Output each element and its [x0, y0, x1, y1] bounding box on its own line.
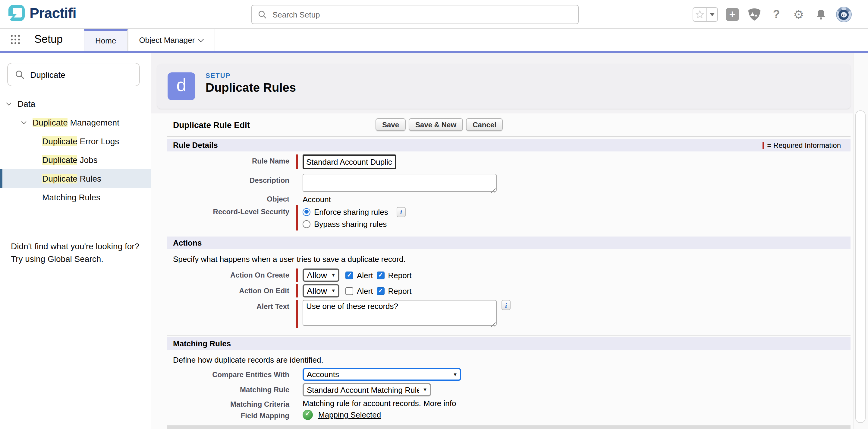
- tab-object-manager-label: Object Manager: [139, 35, 195, 44]
- divider: [167, 136, 850, 137]
- setup-gear-icon[interactable]: ⚙: [792, 7, 806, 22]
- global-header: Practifi + ? ⚙: [0, 0, 868, 29]
- matching-rule-select[interactable]: Standard Account Matching Rule: [303, 383, 431, 396]
- more-info-link[interactable]: More info: [424, 399, 456, 407]
- tree-item-duplicate-error-logs[interactable]: Duplicate Error Logs: [0, 132, 151, 150]
- radio-bypass-sharing-rules[interactable]: [303, 220, 310, 228]
- field-row-rule-name: Rule Name: [167, 154, 850, 169]
- sidebar-search-input[interactable]: [30, 70, 139, 79]
- info-icon[interactable]: i: [397, 207, 406, 217]
- alert-text-label: Alert Text: [167, 300, 289, 328]
- mapping-selected-link[interactable]: Mapping Selected: [318, 410, 381, 419]
- checkbox-label: Report: [388, 270, 411, 280]
- field-row-alert-text: Alert Text Use one of these records? i: [167, 300, 850, 328]
- favorites-dropdown-icon[interactable]: [707, 8, 717, 21]
- app-launcher-waffle-icon[interactable]: [11, 35, 21, 45]
- report-checkbox-option[interactable]: Report: [376, 270, 411, 281]
- action-on-edit-label: Action On Edit: [167, 284, 289, 297]
- tree-item-duplicate-rules[interactable]: Duplicate Rules: [0, 169, 151, 188]
- tree-item-duplicate-management[interactable]: Duplicate Management: [0, 113, 151, 132]
- star-icon[interactable]: [693, 8, 707, 21]
- alert-checkbox[interactable]: [345, 287, 353, 295]
- quick-create-icon[interactable]: +: [726, 8, 739, 21]
- matching-rules-description: Define how duplicate records are identif…: [173, 355, 323, 365]
- tree-item-label: Data: [18, 99, 35, 108]
- tree-item-highlight: Duplicate: [42, 155, 78, 165]
- trailhead-icon[interactable]: [747, 7, 761, 22]
- radio-label: Bypass sharing rules: [314, 219, 387, 228]
- tree-item-matching-rules[interactable]: Matching Rules: [0, 188, 151, 206]
- field-row-matching-criteria: Matching Criteria Matching rule for acco…: [167, 398, 850, 408]
- sidebar-search[interactable]: [7, 63, 140, 86]
- alert-checkbox-option[interactable]: Alert: [345, 285, 373, 296]
- practifi-logo-text: Practifi: [30, 5, 76, 22]
- duplicate-rule-edit-form: Duplicate Rule Edit Save Save & New Canc…: [151, 113, 853, 429]
- report-checkbox-option[interactable]: Report: [376, 285, 411, 296]
- practifi-logo[interactable]: Practifi: [8, 4, 76, 22]
- section-matching-rules: Matching Rules: [167, 337, 850, 350]
- tree-item-highlight: Duplicate: [33, 117, 68, 127]
- body: Data Duplicate Management Duplicate Erro…: [0, 53, 868, 429]
- radio-enforce-sharing-rules[interactable]: [303, 208, 310, 216]
- info-icon[interactable]: i: [501, 300, 510, 310]
- radio-label: Enforce sharing rules: [314, 207, 388, 216]
- required-bar-icon: [762, 142, 764, 149]
- tree-item-highlight: Duplicate: [42, 173, 78, 183]
- record-level-security-label: Record-Level Security: [167, 205, 289, 230]
- global-search[interactable]: [251, 5, 579, 24]
- action-on-edit-select[interactable]: Allow: [303, 284, 339, 297]
- sidebar-footer-line1: Didn't find what you're looking for?: [11, 240, 139, 253]
- setup-tabs: Home Object Manager: [84, 29, 215, 51]
- setup-eyebrow: SETUP: [206, 72, 230, 79]
- favorites-button-group[interactable]: [692, 7, 718, 22]
- tree-item-data[interactable]: Data: [0, 94, 151, 113]
- report-checkbox[interactable]: [376, 271, 384, 279]
- required-legend: = Required Information: [762, 141, 841, 149]
- alert-checkbox-option[interactable]: Alert: [345, 270, 373, 281]
- save-and-new-button[interactable]: Save & New: [409, 118, 463, 131]
- green-check-icon: [303, 409, 313, 420]
- rule-name-input[interactable]: [303, 154, 396, 169]
- cancel-button[interactable]: Cancel: [466, 118, 503, 131]
- user-avatar[interactable]: [836, 7, 852, 22]
- compare-entities-with-label: Compare Entities With: [167, 368, 289, 381]
- tree-item-highlight: Duplicate: [42, 136, 78, 146]
- field-row-action-on-edit: Action On Edit Allow ▼ Alert: [167, 284, 850, 297]
- alert-checkbox[interactable]: [345, 271, 353, 279]
- alert-text-textarea[interactable]: Use one of these records?: [303, 300, 497, 326]
- compare-entities-with-select[interactable]: Accounts: [303, 368, 461, 381]
- tab-home-label: Home: [95, 36, 116, 45]
- bypass-sharing-rules-option[interactable]: Bypass sharing rules: [303, 219, 387, 229]
- save-button[interactable]: Save: [375, 118, 406, 131]
- enforce-sharing-rules-option[interactable]: Enforce sharing rules i: [303, 206, 406, 217]
- tree-item-duplicate-jobs[interactable]: Duplicate Jobs: [0, 150, 151, 169]
- avatar-face: [841, 12, 846, 18]
- actions-description: Specify what happens when a user tries t…: [173, 255, 406, 264]
- description-textarea[interactable]: [303, 174, 497, 192]
- object-value: Account: [303, 193, 331, 204]
- chevron-down-icon: [198, 36, 204, 42]
- tree-item-label: Rules: [78, 173, 101, 183]
- main-content: d SETUP Duplicate Rules Duplicate Rule E…: [151, 53, 853, 429]
- action-on-create-select[interactable]: Allow: [303, 268, 339, 282]
- scrollbar-track[interactable]: [853, 53, 868, 429]
- checkbox-label: Report: [388, 286, 411, 295]
- report-checkbox[interactable]: [376, 287, 384, 295]
- section-title: Rule Details: [173, 141, 218, 150]
- field-row-object: Object Account: [167, 193, 850, 204]
- tab-home[interactable]: Home: [84, 29, 127, 51]
- search-icon: [258, 10, 267, 19]
- screen: Practifi + ? ⚙: [0, 0, 868, 429]
- matching-rule-label: Matching Rule: [167, 383, 289, 396]
- tab-object-manager[interactable]: Object Manager: [127, 29, 215, 51]
- scrollbar-thumb[interactable]: [855, 110, 866, 423]
- global-search-input[interactable]: [273, 10, 572, 19]
- help-icon[interactable]: ?: [769, 7, 784, 22]
- sidebar-footer-hint: Didn't find what you're looking for? Try…: [11, 240, 139, 265]
- chevron-down-icon[interactable]: [22, 119, 27, 124]
- form-buttons: Save Save & New Cancel: [375, 118, 503, 131]
- setup-sidebar: Data Duplicate Management Duplicate Erro…: [0, 53, 151, 429]
- divider: [167, 235, 850, 235]
- notifications-bell-icon[interactable]: [814, 7, 828, 22]
- chevron-down-icon[interactable]: [6, 100, 11, 105]
